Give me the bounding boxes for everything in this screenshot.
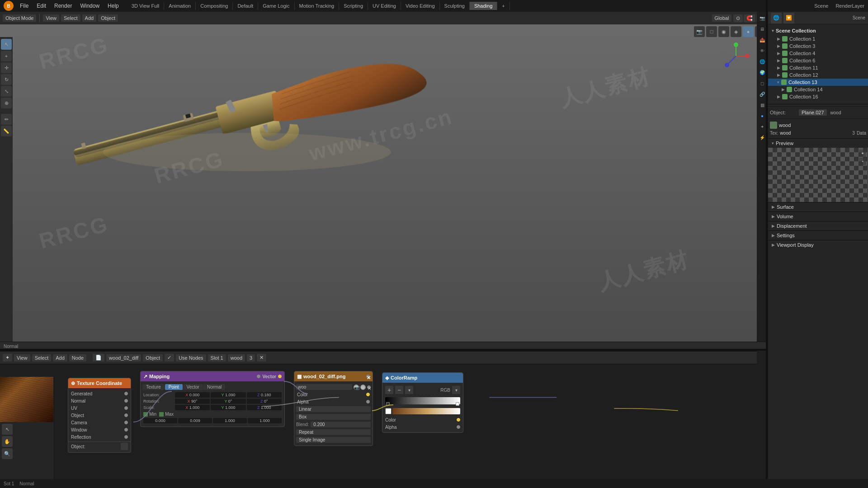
tool-scale[interactable]: ⤡ bbox=[1, 86, 12, 97]
tab-scripting[interactable]: Scripting bbox=[339, 2, 368, 10]
horizontal-splitter[interactable] bbox=[0, 349, 768, 351]
collection-item-14[interactable]: ▶ Collection 14 bbox=[768, 86, 868, 93]
mapping-node[interactable]: ↗ Mapping Vector Texture Point Vector No… bbox=[140, 371, 285, 427]
view-menu[interactable]: View bbox=[43, 14, 59, 22]
scale-z-field[interactable]: Z 1.000 bbox=[247, 405, 282, 410]
cr-remove-stop[interactable]: − bbox=[395, 386, 403, 394]
node-node-button[interactable]: Node bbox=[69, 354, 86, 361]
props-scene-icon[interactable]: 🌐 bbox=[771, 13, 782, 23]
coll1-check[interactable] bbox=[782, 36, 788, 42]
map-tab-point[interactable]: Point bbox=[165, 384, 183, 390]
map-tab-normal[interactable]: Normal bbox=[203, 384, 225, 390]
cr-more[interactable]: ▾ bbox=[405, 386, 413, 394]
node-tool-zoom[interactable]: 🔍 bbox=[2, 448, 13, 459]
texture-coord-node[interactable]: ⊕ Texture Coordinate Generated Normal UV… bbox=[68, 378, 131, 453]
mat-color-swatch[interactable] bbox=[770, 122, 777, 129]
props-icon-physics[interactable]: ⚡ bbox=[758, 133, 767, 142]
tool-transform[interactable]: ⊕ bbox=[1, 98, 12, 108]
add-menu[interactable]: Add bbox=[82, 14, 97, 22]
cr-rgb-dropdown[interactable]: ▾ bbox=[452, 386, 460, 394]
source-dropdown[interactable]: Single Image bbox=[296, 437, 371, 443]
coll16-check[interactable] bbox=[782, 94, 788, 99]
collection-item-11[interactable]: ▶ Collection 11 bbox=[768, 64, 868, 71]
image-texture-node[interactable]: ▦ wood_02_diff.png ✕ woo 📷 ⊕ ✕ Color bbox=[294, 371, 373, 446]
node-tool-pan[interactable]: ✋ bbox=[2, 436, 13, 447]
viewport-camera[interactable]: 📷 bbox=[694, 26, 705, 37]
extension-dropdown[interactable]: Repeat bbox=[296, 429, 371, 435]
tab-3dview-full[interactable]: 3D View Full bbox=[127, 2, 165, 10]
sc-expand[interactable]: ▾ bbox=[772, 28, 774, 33]
rot-z-field[interactable]: Z 0° bbox=[247, 399, 282, 404]
tab-compositing[interactable]: Compositing bbox=[196, 2, 233, 10]
max-checkbox[interactable] bbox=[159, 412, 164, 417]
collection-item-12[interactable]: ▶ Collection 12 bbox=[768, 71, 868, 79]
snap-button[interactable]: 🧲 bbox=[744, 14, 755, 22]
volume-toggle[interactable]: ▶ Volume bbox=[768, 212, 868, 221]
props-icon-output[interactable]: 📤 bbox=[758, 35, 767, 44]
node-tool-select[interactable]: ↖ bbox=[2, 424, 13, 435]
viewport-shading-wire[interactable]: □ bbox=[706, 26, 717, 37]
object-mode-selector[interactable]: Object Mode bbox=[3, 14, 36, 22]
cr-stop-white[interactable] bbox=[456, 402, 459, 406]
min-checkbox[interactable] bbox=[143, 412, 148, 417]
coll11-check[interactable] bbox=[782, 65, 788, 70]
rot-x-field[interactable]: X 90° bbox=[175, 399, 210, 404]
node-close-icon[interactable]: ✕ bbox=[257, 354, 266, 361]
menu-edit[interactable]: Edit bbox=[33, 2, 50, 10]
props-icon-constraints[interactable]: 🔗 bbox=[758, 89, 767, 99]
preview-cube-btn[interactable]: ▪ bbox=[859, 158, 866, 165]
viewport-shading-solid[interactable]: ◉ bbox=[718, 26, 729, 37]
menu-file[interactable]: File bbox=[16, 2, 32, 10]
tex-icon-3[interactable]: ✕ bbox=[367, 385, 371, 389]
viewport-3d[interactable]: RRCG 人人素材 RRCG 人人素材 RRCG www.trcg.cn bbox=[0, 24, 768, 351]
tab-animation[interactable]: Animation bbox=[164, 2, 196, 10]
viewport-shading-mat[interactable]: ● bbox=[743, 26, 754, 37]
tex-icon-1[interactable]: 📷 bbox=[354, 385, 359, 390]
cr-stop-black[interactable] bbox=[386, 402, 390, 406]
props-icon-world[interactable]: 🌍 bbox=[758, 68, 767, 77]
node-canvas[interactable]: ↖ ✋ 🔍 ⊕ Texture Coordinate Generated bbox=[0, 364, 768, 488]
colorramp-gradient[interactable] bbox=[385, 397, 460, 404]
loc-x-field[interactable]: X 0.000 bbox=[175, 392, 210, 398]
props-icon-scene2[interactable]: 🌐 bbox=[758, 57, 767, 66]
vertical-splitter[interactable] bbox=[766, 0, 768, 488]
cr-color-preview[interactable] bbox=[385, 408, 392, 414]
node-use-nodes-check[interactable]: ✓ bbox=[165, 354, 174, 361]
map-tab-texture[interactable]: Texture bbox=[142, 384, 165, 390]
viewport-display-toggle[interactable]: ▶ Viewport Display bbox=[768, 240, 868, 249]
node-slot-selector[interactable]: Slot 1 bbox=[208, 354, 226, 361]
node-material-selector[interactable]: wood bbox=[228, 354, 245, 361]
rot-y-field[interactable]: Y 0° bbox=[211, 399, 245, 404]
preview-sphere-btn[interactable]: ● bbox=[859, 150, 866, 157]
tool-annotate[interactable]: ✏ bbox=[1, 114, 12, 125]
scale-x-field[interactable]: X 1.000 bbox=[175, 405, 210, 410]
collection-item-13[interactable]: ▾ Collection 13 bbox=[768, 79, 868, 86]
tab-shading[interactable]: Shading bbox=[470, 2, 497, 10]
props-icon-particles[interactable]: ✦ bbox=[758, 122, 767, 131]
max-x-value[interactable]: 1.000 bbox=[213, 418, 247, 423]
collection-item-1[interactable]: ▶ Collection 1 bbox=[768, 35, 868, 42]
tex-icon-2[interactable]: ⊕ bbox=[360, 385, 366, 390]
tool-measure[interactable]: 📏 bbox=[1, 126, 12, 136]
min-y-value[interactable]: 0.009 bbox=[178, 418, 212, 423]
pivot-button[interactable]: ⊙ bbox=[733, 14, 743, 22]
props-icon-view[interactable]: 👁 bbox=[758, 46, 767, 55]
blender-logo[interactable]: B bbox=[4, 1, 14, 11]
props-icon-data[interactable]: ▦ bbox=[758, 100, 767, 109]
select-menu[interactable]: Select bbox=[61, 14, 80, 22]
coll13-check[interactable] bbox=[781, 80, 787, 85]
coll14-check[interactable] bbox=[787, 87, 792, 92]
tab-uv-editing[interactable]: UV Editing bbox=[368, 2, 401, 10]
blend-value[interactable]: 0.200 bbox=[311, 422, 371, 427]
props-filter-icon[interactable]: 🔽 bbox=[783, 13, 794, 23]
min-x-value[interactable]: 0.000 bbox=[143, 418, 177, 423]
coll6-check[interactable] bbox=[782, 58, 788, 63]
node-select-button[interactable]: Select bbox=[32, 354, 52, 361]
global-selector[interactable]: Global bbox=[712, 14, 732, 22]
tab-sculpting[interactable]: Sculpting bbox=[440, 2, 470, 10]
object-input-field[interactable] bbox=[121, 443, 128, 450]
collection-item-16[interactable]: ▶ Collection 16 bbox=[768, 93, 868, 100]
tool-cursor[interactable]: + bbox=[1, 51, 12, 61]
menu-render[interactable]: Render bbox=[51, 2, 75, 10]
props-icon-object[interactable]: ◻ bbox=[758, 79, 767, 88]
